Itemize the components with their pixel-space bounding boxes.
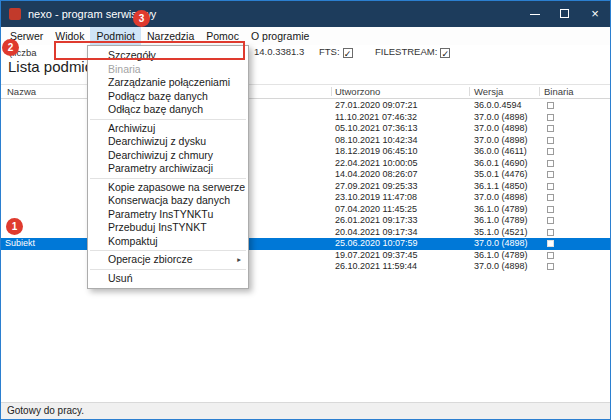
cell-created: 27.01.2020 09:07:21 bbox=[335, 100, 418, 112]
menu-item-zarzadzanie-polaczeniami[interactable]: Zarządzanie połączeniami bbox=[88, 76, 248, 90]
binaria-checkbox[interactable] bbox=[547, 194, 554, 201]
app-icon bbox=[9, 8, 21, 20]
submenu-arrow-icon: ▸ bbox=[237, 253, 241, 267]
cell-created: 23.10.2019 11:47:08 bbox=[335, 192, 417, 204]
cell-name: Subiekt bbox=[5, 238, 35, 250]
check-icon: ✓ bbox=[441, 49, 449, 59]
menu-item-operacje-zbiorcze[interactable]: Operacje zbiorcze ▸ bbox=[88, 253, 248, 267]
binaria-checkbox[interactable] bbox=[547, 206, 554, 213]
binaria-checkbox[interactable] bbox=[547, 217, 554, 224]
podmiot-dropdown-menu: Szczegóły Binaria Zarządzanie połączenia… bbox=[87, 45, 249, 289]
minimize-button[interactable] bbox=[520, 1, 550, 27]
status-bar: Gotowy do pracy. bbox=[1, 402, 610, 419]
cell-version: 37.0.0 (4898) bbox=[474, 112, 528, 124]
cell-version: 36.0.0 (4611) bbox=[474, 146, 527, 158]
menu-item-przebuduj-instynkt[interactable]: Przebuduj InsTYNKT bbox=[88, 221, 248, 235]
column-header-utworzono[interactable]: Utworzono bbox=[335, 85, 380, 99]
menu-item-parametry-instynktu[interactable]: Parametry InsTYNKTu bbox=[88, 208, 248, 222]
binaria-checkbox[interactable] bbox=[547, 171, 554, 178]
cell-created: 27.09.2021 09:25:33 bbox=[335, 181, 418, 193]
column-header-nazwa[interactable]: Nazwa bbox=[7, 85, 36, 99]
close-icon: × bbox=[580, 1, 610, 27]
menubar-item-o-programie[interactable]: O programie bbox=[245, 27, 315, 45]
cell-version: 36.0.1 (4690) bbox=[474, 158, 528, 170]
filestream-indicator: FILESTREAM:✓ bbox=[375, 46, 450, 58]
close-button[interactable]: × bbox=[580, 1, 610, 27]
menu-separator bbox=[90, 250, 246, 251]
cell-created: 20.04.2021 09:17:34 bbox=[335, 227, 418, 239]
menu-item-konserwacja-bazy-danych[interactable]: Konserwacja bazy danych bbox=[88, 194, 248, 208]
menu-separator bbox=[90, 178, 246, 179]
binaria-checkbox[interactable] bbox=[547, 125, 554, 132]
binaria-checkbox[interactable] bbox=[547, 160, 554, 167]
binaria-checkbox[interactable] bbox=[547, 252, 554, 259]
binaria-checkbox[interactable] bbox=[547, 102, 554, 109]
annotation-highlight-rectangle bbox=[54, 41, 245, 60]
menu-item-usun[interactable]: Usuń bbox=[88, 272, 248, 286]
binaria-checkbox[interactable] bbox=[547, 240, 554, 247]
menu-separator bbox=[90, 119, 246, 120]
cell-created: 26.10.2021 11:59:44 bbox=[335, 261, 417, 273]
cell-version: 37.0.0 (4898) bbox=[474, 192, 528, 204]
cell-version: 36.1.0 (4789) bbox=[474, 215, 528, 227]
cell-created: 26.01.2021 09:17:33 bbox=[335, 215, 418, 227]
cell-created: 08.10.2021 10:42:34 bbox=[335, 135, 418, 147]
menu-separator bbox=[90, 269, 246, 270]
menu-item-podlacz-baze-danych[interactable]: Podłącz bazę danych bbox=[88, 90, 248, 104]
binaria-checkbox[interactable] bbox=[547, 114, 554, 121]
cell-version: 36.1.1 (4850) bbox=[474, 181, 528, 193]
column-header-wersja[interactable]: Wersja bbox=[474, 85, 503, 99]
maximize-button[interactable] bbox=[550, 1, 580, 27]
menu-item-binaria: Binaria bbox=[88, 63, 248, 77]
annotation-step-badge-1: 1 bbox=[6, 218, 23, 235]
cell-version: 37.0.0 (4898) bbox=[474, 261, 528, 273]
fts-checkbox[interactable]: ✓ bbox=[343, 48, 353, 58]
menu-item-dearchiwizuj-z-chmury[interactable]: Dearchiwizuj z chmury bbox=[88, 149, 248, 163]
cell-created: 07.04.2020 11:45:25 bbox=[335, 204, 417, 216]
minimize-icon bbox=[530, 14, 540, 15]
menu-item-kompaktuj[interactable]: Kompaktuj bbox=[88, 235, 248, 249]
menu-item-dearchiwizuj-z-dysku[interactable]: Dearchiwizuj z dysku bbox=[88, 135, 248, 149]
menu-item-archiwizuj[interactable]: Archiwizuj bbox=[88, 122, 248, 136]
column-divider bbox=[331, 87, 332, 96]
cell-created: 11.10.2021 07:46:32 bbox=[335, 112, 417, 124]
menu-item-odlacz-baze-danych[interactable]: Odłącz bazę danych bbox=[88, 103, 248, 117]
check-icon: ✓ bbox=[344, 49, 352, 59]
binaria-checkbox[interactable] bbox=[547, 229, 554, 236]
title-bar: nexo - program serwisowy × bbox=[1, 1, 610, 27]
cell-version: 35.1.0 (4521) bbox=[474, 227, 528, 239]
cell-created: 25.06.2020 10:07:59 bbox=[335, 238, 418, 250]
cell-version: 35.0.1 (4476) bbox=[474, 169, 528, 181]
annotation-step-badge-2: 2 bbox=[2, 39, 19, 56]
cell-version: 37.0.0 (4898) bbox=[474, 123, 528, 135]
status-text: Gotowy do pracy. bbox=[7, 405, 84, 416]
annotation-step-badge-3: 3 bbox=[133, 10, 150, 27]
cell-created: 14.04.2020 08:26:07 bbox=[335, 169, 418, 181]
fts-indicator: FTS:✓ bbox=[319, 46, 353, 58]
fts-label: FTS: bbox=[319, 46, 340, 57]
column-divider bbox=[539, 87, 540, 96]
cell-version: 36.1.0 (4789) bbox=[474, 204, 528, 216]
filestream-checkbox[interactable]: ✓ bbox=[440, 48, 450, 58]
cell-version: 37.0.0 (4898) bbox=[474, 238, 528, 250]
menu-item-label: Operacje zbiorcze bbox=[108, 253, 193, 265]
cell-created: 05.10.2021 07:36:13 bbox=[335, 123, 418, 135]
maximize-icon bbox=[560, 9, 569, 18]
cell-version: 36.1.0 (4789) bbox=[474, 250, 528, 262]
menu-item-kopie-zapasowe-na-serwerze[interactable]: Kopie zapasowe na serwerze bbox=[88, 181, 248, 195]
cell-created: 22.04.2021 10:00:05 bbox=[335, 158, 418, 170]
cell-created: 18.12.2019 06:45:10 bbox=[335, 146, 418, 158]
binaria-checkbox[interactable] bbox=[547, 263, 554, 270]
binaria-checkbox[interactable] bbox=[547, 148, 554, 155]
menu-item-parametry-archiwizacji[interactable]: Parametry archiwizacji bbox=[88, 162, 248, 176]
binaria-checkbox[interactable] bbox=[547, 183, 554, 190]
sql-server-version: 14.0.3381.3 bbox=[254, 46, 304, 58]
filestream-label: FILESTREAM: bbox=[375, 46, 437, 57]
cell-created: 19.07.2021 09:37:45 bbox=[335, 250, 418, 262]
binaria-checkbox[interactable] bbox=[547, 137, 554, 144]
column-divider bbox=[469, 87, 470, 96]
column-header-binaria[interactable]: Binaria bbox=[544, 85, 574, 99]
cell-version: 37.0.0 (4898) bbox=[474, 135, 528, 147]
app-window: nexo - program serwisowy × Serwer Widok … bbox=[0, 0, 611, 420]
cell-version: 36.0.0.4594 bbox=[474, 100, 522, 112]
